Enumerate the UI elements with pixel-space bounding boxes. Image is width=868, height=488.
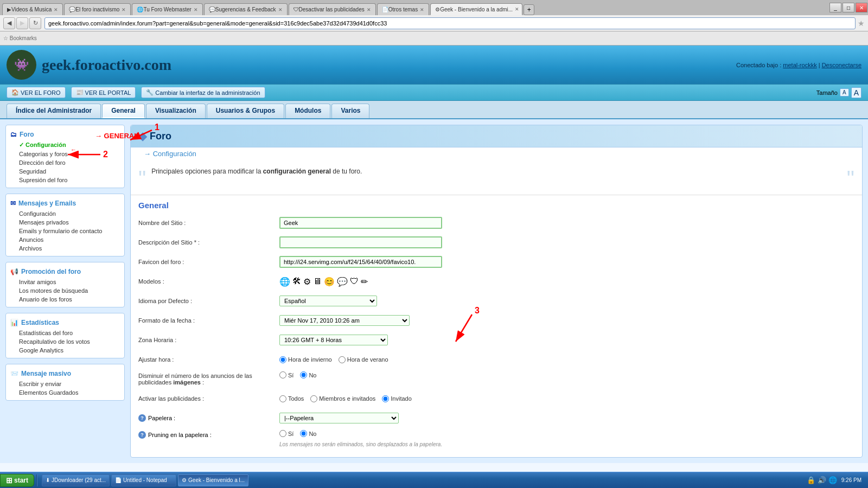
disminuir-si-radio[interactable]: Sí (279, 371, 293, 378)
font-size-small[interactable]: A (840, 88, 849, 97)
promocion-icon: 📢 (10, 268, 18, 275)
sidebar-analytics-link[interactable]: Google Analytics (6, 346, 124, 355)
tab-usuarios-grupos[interactable]: Usuarios & Grupos (207, 104, 284, 118)
model-icon-8[interactable]: ✏ (361, 277, 368, 287)
hora-verano-radio[interactable]: Hora de verano (339, 356, 388, 363)
forward-button[interactable]: ▶ (16, 17, 28, 29)
sidebar-foro-title[interactable]: 🗂 Foro (6, 129, 124, 140)
site-desc-input[interactable] (279, 236, 442, 248)
model-icon-4[interactable]: 🖥 (313, 277, 322, 286)
sidebar-guardados-link[interactable]: Elementos Guardados (6, 388, 124, 397)
miembros-radio[interactable]: Miembros e invitados (310, 395, 375, 402)
tab-close[interactable]: ✕ (278, 7, 283, 12)
sidebar-categorias-link[interactable]: Categorías y foros (6, 150, 124, 158)
font-size-large[interactable]: A (851, 87, 861, 98)
jdownloader-icon: ⬇ (46, 477, 50, 483)
sidebar-motores-link[interactable]: Los motores de búsqueda (6, 286, 124, 295)
sidebar-email-link[interactable]: Emails y formulario de contacto (6, 227, 124, 235)
idioma-select[interactable]: Español English Français (279, 296, 377, 306)
site-name-input[interactable] (279, 217, 442, 229)
tab-close[interactable]: ✕ (194, 7, 198, 12)
taskbar-jdownloader[interactable]: ⬇ JDownloader (29 act... (42, 474, 110, 486)
papelera-help-icon[interactable]: ? (138, 414, 146, 422)
new-tab-button[interactable]: + (524, 4, 534, 15)
tab-indice-admin[interactable]: Índice del Administrador (7, 104, 101, 118)
start-button[interactable]: ⊞ start (0, 474, 34, 487)
tab-modulos[interactable]: Módulos (285, 104, 330, 118)
minimize-button[interactable]: _ (829, 3, 841, 12)
username-link[interactable]: metal-rockkk (783, 62, 816, 68)
ver-portal-button[interactable]: 📰 VER EL PORTAL (71, 87, 136, 98)
taskbar-notepad[interactable]: 📄 Untitled - Notepad (111, 474, 176, 486)
tab-videos[interactable]: ▶ Videos & Musica ✕ (2, 3, 63, 15)
close-button[interactable]: ✕ (856, 3, 867, 12)
address-bar[interactable] (44, 17, 856, 29)
sidebar-seguridad-link[interactable]: Seguridad (6, 167, 124, 176)
pruning-no-radio[interactable]: No (300, 430, 316, 437)
wrench-icon: 🔧 (146, 89, 154, 96)
sidebar-stats-foro-link[interactable]: Estadísticas del foro (6, 329, 124, 337)
todos-radio[interactable]: Todos (279, 395, 304, 402)
configuracion-subheader[interactable]: → Configuración (131, 147, 862, 162)
model-icon-7[interactable]: 🛡 (350, 277, 359, 286)
model-icon-1[interactable]: 🌐 (279, 277, 290, 287)
sidebar-direccion-link[interactable]: Dirección del foro (6, 158, 124, 167)
tray-volume-icon: 🔊 (818, 476, 826, 484)
sidebar-configuracion-link[interactable]: Configuración (6, 140, 124, 150)
back-button[interactable]: ◀ (3, 17, 15, 29)
pruning-help-icon[interactable]: ? (138, 431, 146, 439)
sidebar-archivos-link[interactable]: Archivos (6, 244, 124, 253)
tab-general[interactable]: General (102, 104, 145, 118)
sidebar-escribir-link[interactable]: Escribir y enviar (6, 380, 124, 388)
disconnect-link[interactable]: Desconectarse (822, 62, 861, 68)
tab-varios[interactable]: Varios (331, 104, 369, 118)
sidebar-invitar-link[interactable]: Invitar amigos (6, 278, 124, 286)
tab-favicon: 🛡 (293, 7, 299, 12)
pruning-si-radio[interactable]: Sí (279, 430, 293, 437)
sidebar-supresion-link[interactable]: Supresión del foro (6, 176, 124, 184)
tab-foro-inactivismo[interactable]: 💬 El foro inactivismo ✕ (64, 3, 131, 15)
sidebar-estadisticas-title[interactable]: 📊 Estadísticas (6, 317, 124, 329)
maximize-button[interactable]: □ (843, 3, 854, 12)
sidebar-promocion-title[interactable]: 📢 Promoción del foro (6, 266, 124, 278)
page-section-header: ◆ Foro (138, 130, 854, 143)
favicon-input[interactable] (279, 256, 442, 268)
tab-close[interactable]: ✕ (420, 7, 424, 12)
model-icon-3[interactable]: ⚙ (303, 277, 311, 287)
tab-sugerencias[interactable]: 💬 Sugerencias & Feedback ✕ (204, 3, 288, 15)
tab-visualizacion[interactable]: Visualización (146, 104, 206, 118)
zona-select[interactable]: 10:26 GMT + 8 Horas (279, 335, 388, 345)
sidebar-anuario-link[interactable]: Anuario de los foros (6, 295, 124, 304)
sidebar-masivo-title[interactable]: 📨 Mensaje masivo (6, 368, 124, 380)
sidebar-msg-privados-link[interactable]: Mensajes privados (6, 218, 124, 227)
models-icon-row: 🌐 🛠 ⚙ 🖥 😊 💬 🛡 ✏ (279, 277, 368, 287)
invitado-radio[interactable]: Invitado (382, 395, 412, 402)
sidebar-msg-config-link[interactable]: Configuración (6, 209, 124, 218)
papelera-select[interactable]: |--Papelera (279, 413, 399, 423)
tab-label: Tu Foro Webmaster (143, 7, 191, 12)
tab-webmaster[interactable]: 🌐 Tu Foro Webmaster ✕ (132, 3, 202, 15)
bookmark-star[interactable]: ★ (858, 19, 865, 28)
ver-foro-button[interactable]: 🏠 VER EL FORO (7, 87, 66, 98)
disminuir-no-radio[interactable]: No (300, 371, 316, 378)
sidebar-votos-link[interactable]: Recapitulativo de los votos (6, 337, 124, 346)
model-icon-2[interactable]: 🛠 (292, 277, 301, 286)
tab-close[interactable]: ✕ (54, 7, 58, 12)
fecha-select[interactable]: Miér Nov 17, 2010 10:26 am (279, 315, 410, 326)
sidebar-mensajes-title[interactable]: ✉ Mensajes y Emails (6, 197, 124, 209)
tab-desactivar[interactable]: 🛡 Desactivar las publicidades ✕ (289, 3, 376, 15)
model-icon-6[interactable]: 💬 (337, 277, 348, 287)
taskbar-geek[interactable]: ⚙ Geek - Bienvenido a l... (178, 474, 248, 486)
tab-close[interactable]: ✕ (515, 7, 519, 12)
model-icon-5[interactable]: 😊 (324, 277, 335, 287)
refresh-button[interactable]: ↻ (29, 17, 41, 29)
tab-otros[interactable]: 📄 Otros temas ✕ (377, 3, 429, 15)
sidebar-anuncios-link[interactable]: Anuncios (6, 235, 124, 244)
activar-label: Activar las publicidades : (138, 395, 279, 402)
tab-close[interactable]: ✕ (367, 7, 371, 12)
site-title: geek.foroactivo.com (42, 56, 171, 74)
cambiar-interfaz-button[interactable]: 🔧 Cambiar la interfaz de la administraci… (141, 87, 265, 98)
tab-geek-admin[interactable]: ⚙ Geek - Bienvenido a la admi... ✕ (430, 3, 522, 15)
hora-invierno-radio[interactable]: Hora de invierno (279, 356, 332, 363)
tab-close[interactable]: ✕ (122, 7, 126, 12)
